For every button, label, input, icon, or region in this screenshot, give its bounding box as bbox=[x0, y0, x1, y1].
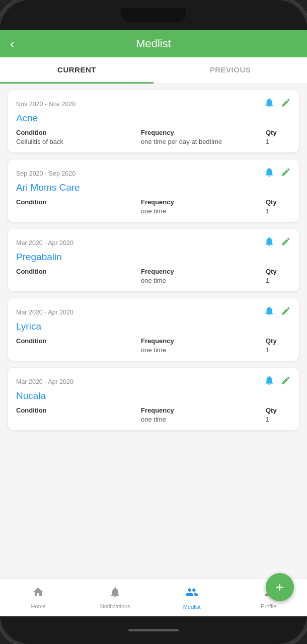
medlist-icon bbox=[185, 586, 198, 602]
bottom-navigation: Home Notifications Medlist bbox=[0, 579, 307, 616]
qty-value: 1 bbox=[266, 207, 291, 215]
frequency-field: Frequency one time bbox=[141, 407, 266, 423]
back-button[interactable]: ‹ bbox=[10, 37, 15, 50]
frequency-label: Frequency bbox=[141, 268, 266, 275]
card-name: Ari Moms Care bbox=[16, 182, 291, 193]
bell-icon[interactable] bbox=[264, 97, 275, 111]
qty-field: Qty 1 bbox=[266, 407, 291, 423]
frequency-value: one time bbox=[141, 207, 266, 215]
edit-icon[interactable] bbox=[281, 306, 291, 318]
bell-icon[interactable] bbox=[264, 167, 275, 180]
qty-value: 1 bbox=[266, 346, 291, 354]
med-card-acne: Nov 2020 - Nov 2020 bbox=[8, 90, 299, 152]
screen: ‹ Medlist CURRENT PREVIOUS Nov 2020 - No… bbox=[0, 30, 307, 616]
bell-icon[interactable] bbox=[264, 375, 275, 388]
med-card-nucala: Mar 2020 - Apr 2020 bbox=[8, 368, 299, 430]
nav-home[interactable]: Home bbox=[0, 579, 77, 616]
card-date: Mar 2020 - Apr 2020 bbox=[16, 309, 73, 316]
card-fields: Condition Frequency one time Qty 1 bbox=[16, 407, 291, 423]
nav-profile-label: Profile bbox=[261, 603, 276, 609]
card-date: Nov 2020 - Nov 2020 bbox=[16, 101, 75, 108]
nav-notifications-label: Notifications bbox=[100, 603, 130, 609]
med-card-lyrica: Mar 2020 - Apr 2020 bbox=[8, 298, 299, 361]
edit-icon[interactable] bbox=[281, 167, 291, 180]
card-top-row: Mar 2020 - Apr 2020 bbox=[16, 236, 291, 250]
condition-label: Condition bbox=[16, 337, 141, 345]
phone-notch bbox=[121, 8, 186, 22]
bell-icon[interactable] bbox=[264, 236, 275, 250]
frequency-value: one time per day at bedtime bbox=[141, 138, 266, 145]
condition-field: Condition bbox=[16, 198, 141, 215]
card-top-row: Mar 2020 - Apr 2020 bbox=[16, 305, 291, 319]
card-top-row: Nov 2020 - Nov 2020 bbox=[16, 97, 291, 111]
frequency-value: one time bbox=[141, 416, 266, 423]
med-list-scroll: Nov 2020 - Nov 2020 bbox=[0, 84, 307, 579]
header-title: Medlist bbox=[136, 37, 171, 50]
card-icons bbox=[264, 305, 291, 319]
qty-value: 1 bbox=[266, 277, 291, 284]
card-icons bbox=[264, 375, 291, 388]
qty-label: Qty bbox=[266, 268, 291, 275]
condition-label: Condition bbox=[16, 268, 141, 275]
card-icons bbox=[264, 97, 291, 111]
home-indicator bbox=[128, 629, 179, 631]
frequency-value: one time bbox=[141, 277, 266, 284]
app-header: ‹ Medlist bbox=[0, 30, 307, 57]
condition-field: Condition Cellulitis of back bbox=[16, 129, 141, 145]
nav-home-label: Home bbox=[31, 603, 46, 609]
frequency-field: Frequency one time per day at bedtime bbox=[141, 129, 266, 145]
phone-top-bar bbox=[0, 0, 307, 30]
card-top-row: Sep 2020 - Sep 2020 bbox=[16, 167, 291, 180]
tab-bar: CURRENT PREVIOUS bbox=[0, 57, 307, 84]
qty-label: Qty bbox=[266, 129, 291, 136]
card-icons bbox=[264, 167, 291, 180]
med-card-pregabalin: Mar 2020 - Apr 2020 bbox=[8, 229, 299, 291]
condition-label: Condition bbox=[16, 198, 141, 206]
card-top-row: Mar 2020 - Apr 2020 bbox=[16, 375, 291, 388]
card-fields: Condition Cellulitis of back Frequency o… bbox=[16, 129, 291, 145]
card-date: Mar 2020 - Apr 2020 bbox=[16, 378, 73, 385]
frequency-value: one time bbox=[141, 346, 266, 354]
phone-shell: ‹ Medlist CURRENT PREVIOUS Nov 2020 - No… bbox=[0, 0, 307, 644]
frequency-label: Frequency bbox=[141, 407, 266, 414]
frequency-label: Frequency bbox=[141, 198, 266, 206]
condition-value: Cellulitis of back bbox=[16, 138, 141, 145]
qty-value: 1 bbox=[266, 138, 291, 145]
qty-field: Qty 1 bbox=[266, 129, 291, 145]
card-fields: Condition Frequency one time Qty 1 bbox=[16, 337, 291, 354]
card-fields: Condition Frequency one time Qty 1 bbox=[16, 198, 291, 215]
phone-bottom-bar bbox=[0, 616, 307, 644]
edit-icon[interactable] bbox=[281, 236, 291, 249]
condition-field: Condition bbox=[16, 337, 141, 354]
card-name: Lyrica bbox=[16, 321, 291, 332]
qty-label: Qty bbox=[266, 407, 291, 414]
card-name: Acne bbox=[16, 113, 291, 124]
tab-previous[interactable]: PREVIOUS bbox=[154, 57, 307, 84]
qty-field: Qty 1 bbox=[266, 337, 291, 354]
qty-label: Qty bbox=[266, 198, 291, 206]
frequency-field: Frequency one time bbox=[141, 337, 266, 354]
condition-label: Condition bbox=[16, 129, 141, 136]
med-card-ari-moms-care: Sep 2020 - Sep 2020 bbox=[8, 159, 299, 222]
tab-current[interactable]: CURRENT bbox=[0, 57, 154, 84]
condition-field: Condition bbox=[16, 268, 141, 284]
add-med-fab[interactable]: + bbox=[266, 573, 294, 601]
edit-icon[interactable] bbox=[281, 375, 291, 388]
frequency-label: Frequency bbox=[141, 337, 266, 345]
card-fields: Condition Frequency one time Qty 1 bbox=[16, 268, 291, 284]
qty-field: Qty 1 bbox=[266, 198, 291, 215]
condition-field: Condition bbox=[16, 407, 141, 423]
qty-label: Qty bbox=[266, 337, 291, 345]
qty-value: 1 bbox=[266, 416, 291, 423]
card-name: Pregabalin bbox=[16, 252, 291, 263]
frequency-field: Frequency one time bbox=[141, 198, 266, 215]
card-date: Sep 2020 - Sep 2020 bbox=[16, 170, 75, 177]
edit-icon[interactable] bbox=[281, 98, 291, 110]
nav-medlist[interactable]: Medlist bbox=[154, 579, 231, 616]
nav-notifications[interactable]: Notifications bbox=[77, 579, 154, 616]
nav-medlist-label: Medlist bbox=[183, 604, 201, 610]
notifications-icon bbox=[109, 586, 121, 601]
frequency-label: Frequency bbox=[141, 129, 266, 136]
bell-icon[interactable] bbox=[264, 305, 275, 319]
frequency-field: Frequency one time bbox=[141, 268, 266, 284]
